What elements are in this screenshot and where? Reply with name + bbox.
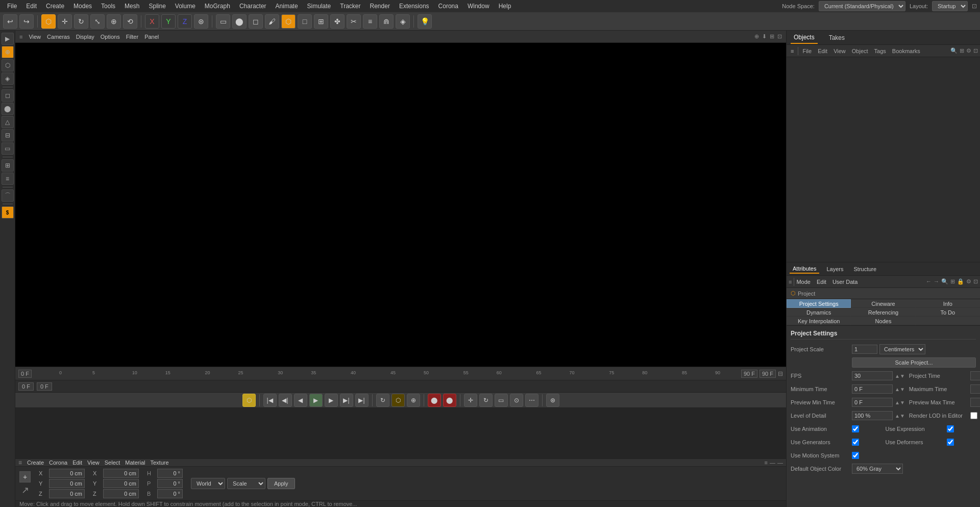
viewport-icon-1[interactable]: ⊕ xyxy=(754,33,759,40)
menu-mograph[interactable]: MoGraph xyxy=(201,2,234,11)
menu-character[interactable]: Character xyxy=(235,2,271,11)
menu-extensions[interactable]: Extensions xyxy=(395,2,433,11)
render-region-btn[interactable]: ▭ xyxy=(216,14,230,29)
objects-fullscreen-icon[interactable]: ⊡ xyxy=(973,47,978,54)
objects-tags-menu[interactable]: Tags xyxy=(872,47,888,55)
objects-view-menu[interactable]: View xyxy=(831,47,848,55)
preview-min-spinner[interactable]: ▲▼ xyxy=(895,400,905,405)
menu-help[interactable]: Help xyxy=(495,2,516,11)
attr-back-icon[interactable]: ← xyxy=(926,278,932,285)
pos-z-input[interactable] xyxy=(49,489,85,498)
timeline-expand-icon[interactable]: ⊟ xyxy=(778,370,783,377)
timeline-keyframe-btn[interactable]: ⬡ xyxy=(391,394,405,407)
attr-fullscreen-icon[interactable]: ⊡ xyxy=(973,278,978,285)
timeline-snap-btn[interactable]: ⊛ xyxy=(546,394,559,407)
tool-move[interactable]: ⊕ xyxy=(2,46,14,58)
tab-objects[interactable]: Objects xyxy=(791,32,818,44)
menu-animate[interactable]: Animate xyxy=(272,2,302,11)
tool-select[interactable]: ▶ xyxy=(2,33,14,45)
timeline-prev-frame-btn[interactable]: ◀ xyxy=(294,394,307,407)
attr-lock-icon[interactable]: 🔒 xyxy=(957,278,964,285)
timeline-loop-btn[interactable]: ↻ xyxy=(376,394,389,407)
subtab-dynamics[interactable]: Dynamics xyxy=(787,308,851,317)
objects-toolbar-menu[interactable]: ≡ xyxy=(789,47,796,55)
subtab-key-interpolation[interactable]: Key Interpolation xyxy=(787,317,851,325)
viewport-icon-3[interactable]: ⊞ xyxy=(770,33,774,40)
tool-polygon[interactable]: ◈ xyxy=(2,73,14,85)
timeline-tracks-btn[interactable]: ▭ xyxy=(495,394,508,407)
menu-file[interactable]: File xyxy=(3,2,21,11)
tool-layer2[interactable]: ≡ xyxy=(2,173,14,185)
tab-layers[interactable]: Layers xyxy=(823,265,846,273)
attr-forward-icon[interactable]: → xyxy=(934,278,939,285)
b-input[interactable] xyxy=(157,489,183,498)
menu-simulate[interactable]: Simulate xyxy=(303,2,335,11)
objects-settings-icon[interactable]: ⚙ xyxy=(966,47,971,54)
viewport-options-menu[interactable]: Options xyxy=(101,34,120,40)
rot-y-input[interactable] xyxy=(103,479,139,488)
spline-snap-btn[interactable]: ✤ xyxy=(330,14,345,29)
scale-select[interactable]: Scale Size Rotation xyxy=(227,478,265,489)
subtab-project-settings[interactable]: Project Settings xyxy=(787,299,851,308)
bottom-icon-3[interactable]: — xyxy=(777,460,783,466)
subtab-cineware[interactable]: Cineware xyxy=(851,299,915,308)
timeline-go-end-btn[interactable]: ▶| xyxy=(355,394,369,407)
x-axis-btn[interactable]: X xyxy=(145,14,159,29)
viewport-view-menu[interactable]: View xyxy=(29,34,41,40)
pos-x-input[interactable] xyxy=(49,469,85,478)
h-input[interactable] xyxy=(157,469,183,478)
timeline-prev-key-btn[interactable]: ◀| xyxy=(279,394,292,407)
subtab-todo[interactable]: To Do xyxy=(916,308,980,317)
persp-btn[interactable]: ◻ xyxy=(249,14,263,29)
free-move-btn[interactable]: ⟲ xyxy=(123,14,137,29)
objects-file-menu[interactable]: File xyxy=(800,47,814,55)
timeline-sound-btn[interactable]: ⋯ xyxy=(525,394,538,407)
timeline-auto-key-btn[interactable]: ⬤ xyxy=(443,394,456,407)
node-space-select[interactable]: Current (Standard/Physical) xyxy=(819,1,905,11)
tool-magnet[interactable]: ⌒ xyxy=(2,189,14,202)
layout-select[interactable]: Startup xyxy=(932,1,968,11)
attr-filter-icon[interactable]: ⊞ xyxy=(950,278,955,285)
object-axis-btn[interactable]: □ xyxy=(298,14,312,29)
menu-corona[interactable]: Corona xyxy=(434,2,462,11)
objects-edit-menu[interactable]: Edit xyxy=(816,47,829,55)
use-expr-checkbox[interactable] xyxy=(947,425,954,432)
bottom-corona-menu[interactable]: Corona xyxy=(49,460,67,466)
viewport-cameras-menu[interactable]: Cameras xyxy=(47,34,70,40)
menu-create[interactable]: Create xyxy=(42,2,68,11)
viewport-icon-4[interactable]: ⊡ xyxy=(777,33,782,40)
model-mode-btn[interactable]: ⬡ xyxy=(41,14,56,29)
bottom-icon-2[interactable]: — xyxy=(770,460,775,466)
timeline-keyframe-area[interactable] xyxy=(15,408,786,458)
timeline-next-key-btn[interactable]: ▶| xyxy=(340,394,353,407)
light-btn[interactable]: 💡 xyxy=(418,14,432,29)
rot-z-input[interactable] xyxy=(103,489,139,498)
use-def-checkbox[interactable] xyxy=(947,439,954,446)
pos-y-input[interactable] xyxy=(49,479,85,488)
use-anim-checkbox[interactable] xyxy=(852,425,859,432)
timeline-go-start-btn[interactable]: |◀ xyxy=(263,394,277,407)
render-lod-checkbox[interactable] xyxy=(970,412,977,419)
transform-btn[interactable]: ⊕ xyxy=(107,14,121,29)
attr-search-icon[interactable]: 🔍 xyxy=(941,278,948,285)
subtab-nodes[interactable]: Nodes xyxy=(851,317,915,325)
frame-input-2[interactable]: 0 F xyxy=(37,382,52,391)
use-motion-checkbox[interactable] xyxy=(852,452,859,459)
lod-input[interactable] xyxy=(852,411,893,420)
objects-filter-icon[interactable]: ⊞ xyxy=(960,47,964,54)
breadcrumb-project-label[interactable]: Project xyxy=(798,291,815,297)
tab-attributes[interactable]: Attributes xyxy=(790,264,819,274)
rot-x-input[interactable] xyxy=(103,469,139,478)
menu-spline[interactable]: Spline xyxy=(144,2,169,11)
objects-object-menu[interactable]: Object xyxy=(850,47,870,55)
z-axis-btn[interactable]: Z xyxy=(178,14,192,29)
bottom-edit-menu[interactable]: Edit xyxy=(72,460,82,466)
viewport-canvas[interactable] xyxy=(15,43,786,367)
object-highlight-btn[interactable]: ⬡ xyxy=(281,14,296,29)
default-color-select[interactable]: 60% Gray Custom Layer Color xyxy=(852,464,903,474)
tool-paint[interactable]: ⬡ xyxy=(2,59,14,71)
menu-mesh[interactable]: Mesh xyxy=(120,2,143,11)
tool-cube[interactable]: ◻ xyxy=(2,89,14,102)
bridge-btn[interactable]: ≡ xyxy=(363,14,377,29)
bottom-select-menu[interactable]: Select xyxy=(105,460,120,466)
